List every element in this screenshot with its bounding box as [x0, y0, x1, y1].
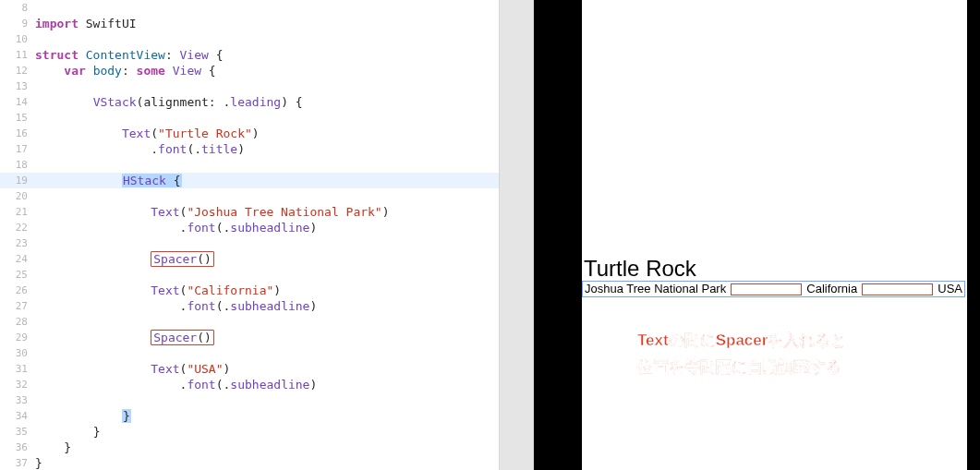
line-number: 28: [0, 314, 35, 330]
code-content[interactable]: [35, 157, 499, 173]
preview-hstack-outline: Joshua Tree National Park California USA: [582, 281, 965, 297]
code-content[interactable]: [35, 392, 499, 408]
line-number: 22: [0, 220, 35, 235]
code-content[interactable]: [35, 188, 499, 204]
line-number: 10: [0, 31, 35, 47]
line-number: 8: [0, 0, 35, 16]
code-line[interactable]: 25: [0, 267, 499, 283]
code-content[interactable]: var body: some View {: [35, 63, 499, 78]
code-content[interactable]: .font(.subheadline): [35, 220, 499, 235]
code-content[interactable]: [35, 31, 499, 47]
code-line[interactable]: 13: [0, 78, 499, 94]
code-line[interactable]: 24 Spacer(): [0, 251, 499, 267]
line-number: 17: [0, 141, 35, 157]
code-content[interactable]: HStack {: [35, 173, 499, 188]
code-line[interactable]: 32 .font(.subheadline): [0, 377, 499, 392]
code-content[interactable]: Spacer(): [35, 330, 499, 345]
code-area[interactable]: 89import SwiftUI1011struct ContentView: …: [0, 0, 499, 470]
code-line[interactable]: 8: [0, 0, 499, 16]
code-line[interactable]: 12 var body: some View {: [0, 63, 499, 78]
line-number: 20: [0, 188, 35, 204]
line-number: 12: [0, 63, 35, 78]
preview-content: Turtle Rock Joshua Tree National Park Ca…: [582, 0, 967, 470]
code-content[interactable]: import SwiftUI: [35, 16, 499, 31]
code-content[interactable]: struct ContentView: View {: [35, 47, 499, 63]
code-line[interactable]: 28: [0, 314, 499, 330]
code-content[interactable]: .font(.subheadline): [35, 377, 499, 392]
editor-scrollbar[interactable]: [499, 0, 534, 470]
code-content[interactable]: [35, 235, 499, 251]
line-number: 18: [0, 157, 35, 173]
line-number: 36: [0, 440, 35, 455]
code-line[interactable]: 33: [0, 392, 499, 408]
line-number: 32: [0, 377, 35, 392]
preview-spacer-2: [862, 283, 933, 295]
code-line[interactable]: 34 }: [0, 408, 499, 424]
preview-pane: Turtle Rock Joshua Tree National Park Ca…: [534, 0, 980, 470]
code-content[interactable]: [35, 78, 499, 94]
code-content[interactable]: .font(.subheadline): [35, 298, 499, 314]
preview-title-text: Turtle Rock: [584, 256, 696, 282]
code-line[interactable]: 36 }: [0, 440, 499, 455]
device-bezel-right: [967, 0, 980, 470]
code-line[interactable]: 22 .font(.subheadline): [0, 220, 499, 235]
line-number: 24: [0, 251, 35, 267]
code-line[interactable]: 21 Text("Joshua Tree National Park"): [0, 204, 499, 220]
code-line[interactable]: 10: [0, 31, 499, 47]
line-number: 16: [0, 126, 35, 141]
code-line[interactable]: 37}: [0, 455, 499, 470]
code-line[interactable]: 30: [0, 345, 499, 361]
code-content[interactable]: .font(.title): [35, 141, 499, 157]
code-content[interactable]: Spacer(): [35, 251, 499, 267]
code-line[interactable]: 20: [0, 188, 499, 204]
preview-text-3: USA: [936, 282, 964, 296]
line-number: 33: [0, 392, 35, 408]
code-content[interactable]: [35, 345, 499, 361]
annotation-line-1: Textの間にSpacerを入れると: [637, 330, 846, 351]
preview-text-1: Joshua Tree National Park: [583, 282, 728, 296]
preview-text-2: California: [805, 282, 859, 296]
device-bezel-left: [534, 0, 582, 470]
code-content[interactable]: [35, 314, 499, 330]
code-editor-pane[interactable]: 89import SwiftUI1011struct ContentView: …: [0, 0, 499, 470]
code-content[interactable]: }: [35, 408, 499, 424]
code-line[interactable]: 15: [0, 110, 499, 126]
preview-spacer-1: [731, 283, 802, 295]
annotation-line-2: 位置を等間隔に自動調整する: [637, 356, 841, 378]
code-content[interactable]: [35, 110, 499, 126]
line-number: 31: [0, 361, 35, 377]
code-line[interactable]: 19 HStack {: [0, 173, 499, 188]
code-line[interactable]: 23: [0, 235, 499, 251]
code-line[interactable]: 27 .font(.subheadline): [0, 298, 499, 314]
code-line[interactable]: 18: [0, 157, 499, 173]
code-line[interactable]: 35 }: [0, 424, 499, 440]
code-content[interactable]: Text("Joshua Tree National Park"): [35, 204, 499, 220]
line-number: 14: [0, 94, 35, 110]
line-number: 11: [0, 47, 35, 63]
line-number: 27: [0, 298, 35, 314]
line-number: 37: [0, 455, 35, 470]
line-number: 35: [0, 424, 35, 440]
code-line[interactable]: 9import SwiftUI: [0, 16, 499, 31]
code-content[interactable]: Text("USA"): [35, 361, 499, 377]
code-line[interactable]: 17 .font(.title): [0, 141, 499, 157]
line-number: 21: [0, 204, 35, 220]
code-content[interactable]: }: [35, 424, 499, 440]
code-content[interactable]: [35, 0, 499, 16]
code-content[interactable]: Text("California"): [35, 283, 499, 298]
code-content[interactable]: Text("Turtle Rock"): [35, 126, 499, 141]
code-line[interactable]: 26 Text("California"): [0, 283, 499, 298]
code-content[interactable]: VStack(alignment: .leading) {: [35, 94, 499, 110]
code-line[interactable]: 16 Text("Turtle Rock"): [0, 126, 499, 141]
code-line[interactable]: 29 Spacer(): [0, 330, 499, 345]
code-content[interactable]: }: [35, 455, 499, 470]
line-number: 26: [0, 283, 35, 298]
line-number: 23: [0, 235, 35, 251]
code-line[interactable]: 31 Text("USA"): [0, 361, 499, 377]
code-content[interactable]: }: [35, 440, 499, 455]
code-line[interactable]: 11struct ContentView: View {: [0, 47, 499, 63]
code-content[interactable]: [35, 267, 499, 283]
line-number: 34: [0, 408, 35, 424]
line-number: 29: [0, 330, 35, 345]
code-line[interactable]: 14 VStack(alignment: .leading) {: [0, 94, 499, 110]
